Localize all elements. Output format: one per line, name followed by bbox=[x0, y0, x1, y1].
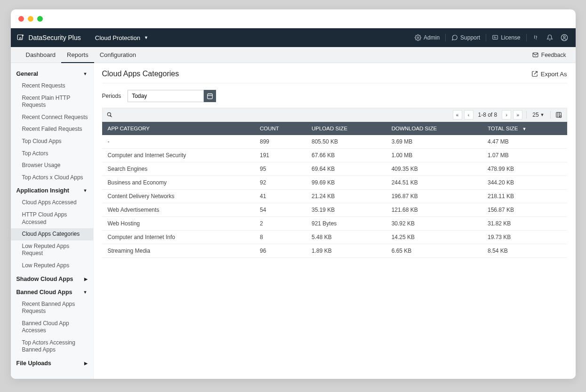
nav: Dashboard Reports Configuration Feedback bbox=[11, 47, 576, 63]
user-icon bbox=[561, 34, 568, 41]
mail-icon bbox=[532, 52, 538, 58]
chevron-down-icon: ▼ bbox=[83, 72, 88, 76]
sidebar-section-label: General bbox=[16, 71, 39, 77]
feedback-link[interactable]: Feedback bbox=[532, 52, 566, 58]
table-row[interactable]: Business and Economy9299.69 KB244.51 KB3… bbox=[102, 176, 567, 190]
table-row[interactable]: Computer and Internet Security19167.66 K… bbox=[102, 149, 567, 162]
module-dropdown[interactable]: Cloud Protection ▼ bbox=[95, 34, 148, 41]
svg-point-9 bbox=[536, 39, 536, 40]
table-row[interactable]: Search Engines9569.64 KB409.35 KB478.99 … bbox=[102, 162, 567, 176]
cell-category: Search Engines bbox=[102, 162, 254, 176]
cell-total: 4.47 MB bbox=[482, 135, 567, 149]
table-row[interactable]: Content Delivery Networks4121.24 KB196.8… bbox=[102, 190, 567, 203]
page-size-dropdown[interactable]: 25 ▼ bbox=[530, 112, 546, 118]
close-icon[interactable] bbox=[18, 16, 24, 22]
nav-dashboard[interactable]: Dashboard bbox=[20, 47, 62, 63]
sidebar-item-banned-accesses[interactable]: Banned Cloud App Accesses bbox=[11, 318, 93, 337]
cell-download: 30.92 KB bbox=[386, 217, 482, 231]
sidebar-item-recent-requests[interactable]: Recent Requests bbox=[11, 80, 93, 92]
cell-download: 121.68 KB bbox=[386, 203, 482, 217]
table-row[interactable]: -899805.50 KB3.69 MB4.47 MB bbox=[102, 135, 567, 149]
chevron-right-icon: ▶ bbox=[84, 277, 88, 281]
export-button[interactable]: Export As bbox=[531, 71, 567, 78]
sidebar-item-cloud-apps-categories[interactable]: Cloud Apps Categories bbox=[11, 228, 93, 240]
cell-upload: 1.89 KB bbox=[306, 244, 386, 258]
user-menu[interactable] bbox=[559, 34, 570, 41]
sidebar-section-label: Shadow Cloud Apps bbox=[16, 276, 73, 282]
export-label: Export As bbox=[541, 71, 567, 78]
col-count[interactable]: COUNT bbox=[254, 122, 306, 135]
cell-total: 218.11 KB bbox=[482, 190, 567, 203]
nav-reports[interactable]: Reports bbox=[61, 47, 94, 63]
calendar-button[interactable] bbox=[204, 90, 216, 102]
support-label: Support bbox=[460, 34, 480, 41]
minimize-icon[interactable] bbox=[28, 16, 33, 22]
chat-icon bbox=[451, 34, 458, 41]
table-toolbar: « ‹ 1-8 of 8 › » 25 ▼ bbox=[102, 108, 567, 122]
cell-upload: 921 Bytes bbox=[306, 217, 386, 231]
sidebar-item-actors-x-cloud-apps[interactable]: Top Actors x Cloud Apps bbox=[11, 172, 93, 184]
page-prev-button[interactable]: ‹ bbox=[464, 110, 474, 120]
cell-download: 409.35 KB bbox=[386, 162, 482, 176]
chevron-right-icon: ▶ bbox=[84, 361, 88, 366]
sidebar-item-http-cloud-apps-accessed[interactable]: HTTP Cloud Apps Accessed bbox=[11, 209, 93, 228]
sidebar-section-app-insight[interactable]: Application Insight ▼ bbox=[11, 184, 93, 197]
sidebar-item-recent-connect[interactable]: Recent Connect Requests bbox=[11, 112, 93, 124]
module-label: Cloud Protection bbox=[95, 34, 140, 41]
col-category[interactable]: APP CATEGORY bbox=[102, 122, 254, 135]
license-link[interactable]: License bbox=[490, 34, 522, 41]
cell-upload: 67.66 KB bbox=[306, 149, 386, 162]
sidebar-section-general[interactable]: General ▼ bbox=[11, 67, 93, 80]
col-download[interactable]: DOWNLOAD SIZE bbox=[386, 122, 482, 135]
page-last-button[interactable]: » bbox=[513, 110, 522, 120]
sidebar-item-cloud-apps-accessed[interactable]: Cloud Apps Accessed bbox=[11, 197, 93, 209]
cell-download: 3.69 MB bbox=[386, 135, 482, 149]
col-upload[interactable]: UPLOAD SIZE bbox=[306, 122, 386, 135]
table-search-button[interactable] bbox=[106, 112, 113, 119]
admin-link[interactable]: Admin bbox=[413, 34, 442, 41]
maximize-icon[interactable] bbox=[37, 16, 43, 22]
table-row[interactable]: Computer and Internet Info85.48 KB14.25 … bbox=[102, 231, 567, 244]
sidebar-section-shadow[interactable]: Shadow Cloud Apps ▶ bbox=[11, 272, 93, 285]
sidebar-section-label: Application Insight bbox=[16, 187, 70, 194]
sidebar-item-recent-failed[interactable]: Recent Failed Requests bbox=[11, 123, 93, 136]
cell-upload: 99.69 KB bbox=[306, 176, 386, 190]
cell-count: 54 bbox=[254, 203, 306, 217]
page-next-button[interactable]: › bbox=[502, 110, 511, 120]
periods-label: Periods bbox=[102, 93, 121, 99]
table-row[interactable]: Streaming Media961.89 KB6.65 KB8.54 KB bbox=[102, 244, 567, 258]
data-table: APP CATEGORY COUNT UPLOAD SIZE DOWNLOAD … bbox=[102, 122, 567, 258]
sidebar-item-top-cloud-apps[interactable]: Top Cloud Apps bbox=[11, 136, 93, 148]
separator bbox=[445, 34, 446, 41]
sidebar-item-low-reputed-apps[interactable]: Low Reputed Apps bbox=[11, 260, 93, 272]
sidebar-item-low-reputed-request[interactable]: Low Reputed Apps Request bbox=[11, 240, 93, 260]
period-input[interactable] bbox=[128, 90, 203, 102]
cell-upload: 21.24 KB bbox=[306, 190, 386, 203]
cell-count: 191 bbox=[254, 149, 306, 162]
sidebar-section-banned[interactable]: Banned Cloud Apps ▼ bbox=[11, 285, 93, 298]
svg-rect-0 bbox=[17, 35, 23, 40]
table-row[interactable]: Web Hosting2921 Bytes30.92 KB31.82 KB bbox=[102, 217, 567, 231]
notifications-link[interactable] bbox=[545, 34, 555, 41]
sidebar-item-recent-plain-http[interactable]: Recent Plain HTTP Requests bbox=[11, 92, 93, 112]
license-icon bbox=[492, 34, 498, 41]
sidebar-item-recent-banned-requests[interactable]: Recent Banned Apps Requests bbox=[11, 298, 93, 318]
sidebar-item-top-actors-banned[interactable]: Top Actors Accessing Banned Apps bbox=[11, 337, 93, 356]
sidebar-item-browser-usage[interactable]: Browser Usage bbox=[11, 160, 93, 172]
column-settings-button[interactable] bbox=[554, 112, 563, 119]
sidebar-section-file-uploads[interactable]: File Uploads ▶ bbox=[11, 356, 93, 369]
search-icon bbox=[106, 112, 113, 118]
page-first-button[interactable]: « bbox=[453, 110, 462, 120]
cell-total: 478.99 KB bbox=[482, 162, 567, 176]
bell-icon bbox=[546, 34, 553, 41]
sort-desc-icon: ▼ bbox=[522, 127, 527, 131]
nav-configuration[interactable]: Configuration bbox=[94, 47, 142, 63]
support-link[interactable]: Support bbox=[450, 34, 482, 41]
cell-download: 6.65 KB bbox=[386, 244, 482, 258]
help-link[interactable] bbox=[530, 34, 541, 41]
sidebar-item-top-actors[interactable]: Top Actors bbox=[11, 148, 93, 160]
export-icon bbox=[531, 71, 538, 77]
col-total[interactable]: TOTAL SIZE ▼ bbox=[482, 122, 567, 135]
table-row[interactable]: Web Advertisements5435.19 KB121.68 KB156… bbox=[102, 203, 567, 217]
page-size-label: 25 bbox=[532, 112, 538, 118]
